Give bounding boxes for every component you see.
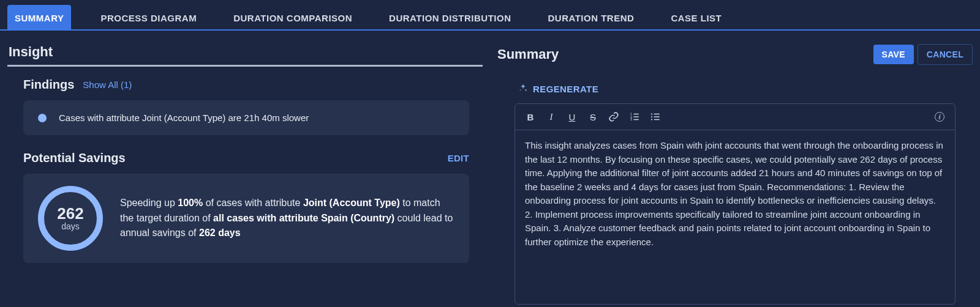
editor-toolbar: B I U S 123 i (515, 104, 955, 130)
tab-case-list[interactable]: CASE LIST (663, 5, 729, 29)
savings-t1: Speeding up (120, 198, 178, 208)
insight-title: Insight (9, 44, 483, 60)
tab-summary[interactable]: SUMMARY (7, 5, 71, 29)
potential-savings-heading: Potential Savings (23, 151, 448, 165)
savings-b1: 100% (178, 198, 203, 208)
strikethrough-icon[interactable]: S (584, 108, 602, 126)
regenerate-label: REGENERATE (533, 84, 598, 94)
svg-point-9 (651, 113, 652, 114)
findings-show-all-link[interactable]: Show All (1) (83, 80, 132, 90)
svg-point-10 (651, 116, 652, 117)
edit-savings-link[interactable]: EDIT (448, 153, 469, 163)
ordered-list-icon[interactable]: 123 (625, 108, 644, 126)
cancel-button[interactable]: CANCEL (918, 44, 973, 65)
savings-ring-icon: 262 days (38, 186, 103, 251)
unordered-list-icon[interactable] (646, 108, 665, 126)
info-icon[interactable]: i (930, 108, 949, 126)
regenerate-button[interactable]: REGENERATE (518, 83, 973, 95)
svg-point-11 (651, 119, 652, 120)
summary-editor: B I U S 123 i This insight analyzes case (514, 103, 956, 305)
tab-bar: SUMMARY PROCESS DIAGRAM DURATION COMPARI… (0, 0, 980, 31)
savings-b3: all cases with attribute Spain (Country) (213, 213, 394, 223)
sparkle-icon (518, 83, 528, 95)
save-button[interactable]: SAVE (873, 45, 914, 64)
insight-underline (7, 65, 483, 67)
underline-icon[interactable]: U (563, 108, 581, 126)
savings-b2: Joint (Account Type) (303, 198, 400, 208)
finding-status-dot-icon (38, 114, 47, 122)
savings-ring-unit: days (61, 221, 80, 231)
savings-text: Speeding up 100% of cases with attribute… (120, 196, 454, 241)
summary-title: Summary (497, 46, 873, 62)
link-icon[interactable] (605, 108, 623, 126)
savings-card: 262 days Speeding up 100% of cases with … (23, 174, 469, 263)
tab-duration-comparison[interactable]: DURATION COMPARISON (226, 5, 360, 29)
findings-heading: Findings (23, 78, 74, 92)
tab-duration-trend[interactable]: DURATION TREND (540, 5, 641, 29)
finding-text: Cases with attribute Joint (Account Type… (59, 113, 309, 123)
savings-b4: 262 days (199, 227, 241, 238)
savings-t2: of cases with attribute (203, 198, 303, 208)
bold-icon[interactable]: B (521, 108, 540, 126)
tab-process-diagram[interactable]: PROCESS DIAGRAM (93, 5, 204, 29)
tab-duration-distribution[interactable]: DURATION DISTRIBUTION (382, 5, 518, 29)
svg-text:3: 3 (630, 118, 632, 121)
savings-ring-number: 262 (57, 205, 83, 221)
italic-icon[interactable]: I (542, 108, 560, 126)
finding-card[interactable]: Cases with attribute Joint (Account Type… (23, 100, 469, 135)
summary-textarea[interactable]: This insight analyzes cases from Spain w… (515, 130, 955, 304)
